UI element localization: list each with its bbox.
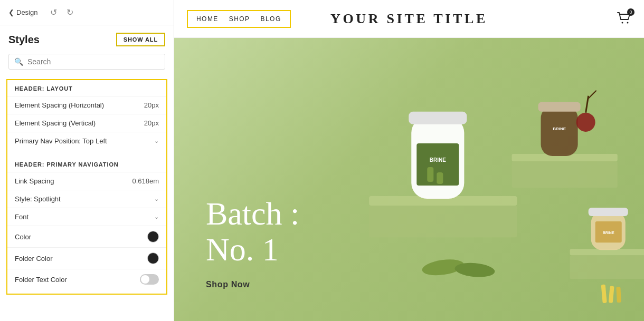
- back-to-design-link[interactable]: ❮ Design: [8, 8, 37, 16]
- styles-title: Styles: [8, 34, 40, 46]
- search-bar: 🔍: [8, 54, 165, 70]
- hero-heading-line2: No. 1: [206, 231, 299, 267]
- svg-rect-21: [570, 255, 644, 279]
- folder-color-row[interactable]: Folder Color: [7, 247, 166, 269]
- svg-rect-8: [427, 167, 433, 182]
- nav-position-chevron-icon: ⌄: [154, 138, 159, 144]
- link-spacing-label: Link Spacing: [15, 177, 54, 185]
- style-row[interactable]: Style: Spotlight ⌄: [7, 190, 166, 208]
- undo-button[interactable]: ↺: [48, 6, 59, 18]
- nav-shop[interactable]: SHOP: [229, 15, 250, 23]
- color-row[interactable]: Color: [7, 226, 166, 247]
- svg-line-18: [586, 96, 589, 113]
- svg-point-0: [622, 22, 623, 23]
- font-row[interactable]: Font ⌄: [7, 208, 166, 226]
- hero-section: BRINE BRINE BRINE: [174, 38, 644, 321]
- hero-content: Batch : No. 1 Shop Now: [174, 196, 299, 321]
- hero-heading-line1: Batch :: [206, 196, 299, 231]
- svg-rect-3: [369, 206, 517, 237]
- hero-product-display: BRINE BRINE BRINE: [306, 38, 644, 321]
- link-spacing-row[interactable]: Link Spacing 0.618em: [7, 172, 166, 190]
- font-chevron-icon: ⌄: [154, 213, 159, 220]
- element-spacing-v-value: 20px: [144, 119, 159, 127]
- element-spacing-h-row[interactable]: Element Spacing (Horizontal) 20px: [7, 96, 166, 114]
- search-icon: 🔍: [14, 57, 23, 66]
- element-spacing-h-value: 20px: [144, 101, 159, 109]
- folder-text-color-row[interactable]: Folder Text Color: [7, 269, 166, 289]
- search-input[interactable]: [27, 57, 159, 66]
- nav-position-row[interactable]: Primary Nav Position: Top Left ⌄: [7, 132, 166, 150]
- color-swatch[interactable]: [147, 231, 159, 242]
- cart-badge: 0: [627, 8, 634, 16]
- svg-rect-9: [437, 172, 443, 184]
- svg-rect-27: [609, 286, 614, 303]
- style-chevron-icon: ⌄: [154, 196, 159, 202]
- svg-point-17: [576, 113, 595, 132]
- svg-rect-13: [512, 161, 618, 188]
- left-panel: ❮ Design ↺ ↻ Styles SHOW ALL 🔍 HEADER: L…: [0, 0, 174, 321]
- svg-text:BRINE: BRINE: [553, 127, 566, 131]
- hero-heading: Batch : No. 1: [206, 196, 299, 267]
- site-title: YOUR SITE TITLE: [330, 11, 488, 27]
- nav-home[interactable]: HOME: [196, 15, 219, 23]
- header-primary-nav-label: HEADER: PRIMARY NAVIGATION: [7, 156, 166, 172]
- top-bar: ❮ Design ↺ ↻: [0, 0, 174, 25]
- link-spacing-value: 0.618em: [132, 177, 159, 185]
- back-label: Design: [16, 8, 37, 16]
- redo-button[interactable]: ↻: [64, 6, 75, 18]
- undo-redo-controls: ↺ ↻: [48, 6, 75, 18]
- svg-rect-26: [601, 285, 607, 304]
- folder-text-color-label: Folder Text Color: [15, 276, 67, 284]
- color-label: Color: [15, 233, 31, 241]
- svg-rect-5: [409, 112, 467, 124]
- header-layout-section: HEADER: LAYOUT Element Spacing (Horizont…: [6, 79, 167, 295]
- panel-content: HEADER: LAYOUT Element Spacing (Horizont…: [0, 75, 174, 321]
- svg-point-1: [627, 22, 629, 23]
- show-all-button[interactable]: SHOW ALL: [116, 33, 165, 46]
- svg-rect-15: [538, 102, 581, 112]
- site-header: HOME SHOP BLOG YOUR SITE TITLE 0: [174, 0, 644, 38]
- svg-rect-23: [589, 208, 628, 216]
- nav-links-wrapper: HOME SHOP BLOG: [187, 10, 291, 28]
- nav-position-label: Primary Nav Position: Top Left: [15, 137, 107, 145]
- header-layout-label: HEADER: LAYOUT: [7, 80, 166, 96]
- element-spacing-h-label: Element Spacing (Horizontal): [15, 101, 104, 109]
- font-label: Font: [15, 213, 29, 221]
- styles-header: Styles SHOW ALL: [0, 25, 174, 52]
- folder-text-color-toggle[interactable]: [140, 274, 159, 285]
- svg-line-19: [589, 91, 596, 99]
- element-spacing-v-row[interactable]: Element Spacing (Vertical) 20px: [7, 114, 166, 132]
- chevron-left-icon: ❮: [8, 8, 14, 16]
- cart-icon-wrapper[interactable]: 0: [617, 12, 631, 26]
- hero-cta-link[interactable]: Shop Now: [206, 280, 250, 289]
- element-spacing-v-label: Element Spacing (Vertical): [15, 119, 96, 127]
- style-label: Style: Spotlight: [15, 195, 61, 203]
- svg-text:BRINE: BRINE: [603, 231, 614, 235]
- folder-color-label: Folder Color: [15, 255, 53, 262]
- right-panel: HOME SHOP BLOG YOUR SITE TITLE 0: [174, 0, 644, 321]
- folder-color-swatch[interactable]: [147, 252, 159, 264]
- nav-blog[interactable]: BLOG: [261, 15, 281, 23]
- svg-rect-28: [617, 287, 622, 303]
- svg-text:BRINE: BRINE: [430, 157, 446, 163]
